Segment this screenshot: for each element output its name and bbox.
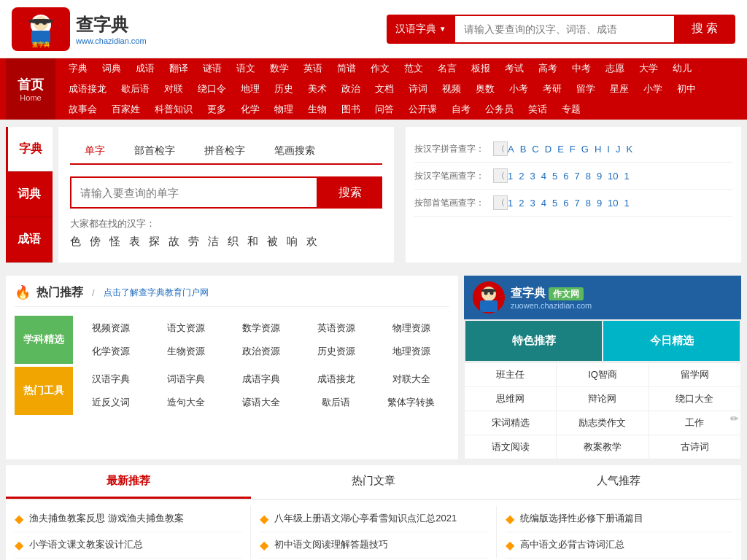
cat-item[interactable]: 繁体字转换 bbox=[374, 392, 448, 413]
nav-item-xingzuo[interactable]: 星座 bbox=[603, 79, 636, 99]
nav-item-baixingming[interactable]: 百家姓 bbox=[104, 99, 147, 120]
feature-link-siwei[interactable]: 思维网 bbox=[465, 387, 556, 411]
cat-item[interactable]: 地理资源 bbox=[374, 341, 448, 362]
feature-link-raokou[interactable]: 绕口大全 bbox=[649, 387, 740, 411]
panel-search-input[interactable] bbox=[70, 176, 318, 209]
nav-item-wenda[interactable]: 问答 bbox=[368, 99, 401, 120]
article-link[interactable]: 统编版选择性必修下册诵篇目 bbox=[520, 512, 643, 525]
cat-item[interactable]: 成语字典 bbox=[225, 368, 298, 390]
popular-char[interactable]: 欢 bbox=[306, 235, 317, 249]
nav-item-gaokao[interactable]: 高考 bbox=[531, 58, 565, 79]
bushou-index-box[interactable]: 〈 bbox=[493, 195, 508, 210]
hot-subtitle[interactable]: 点击了解查字典教育门户网 bbox=[104, 287, 209, 299]
nav-item-xiaohua[interactable]: 笑话 bbox=[521, 99, 554, 120]
cat-item[interactable]: 歇后语 bbox=[299, 392, 373, 413]
popular-char[interactable]: 织 bbox=[228, 235, 239, 249]
nav-item-kaoshi[interactable]: 考试 bbox=[498, 58, 531, 79]
cat-item[interactable]: 历史资源 bbox=[299, 341, 373, 362]
bihua-index-box[interactable]: 〈 bbox=[493, 168, 508, 183]
nav-item-jianpu[interactable]: 简谱 bbox=[330, 58, 363, 79]
nav-item-duilian[interactable]: 对联 bbox=[157, 79, 190, 99]
nav-item-shuxue[interactable]: 数学 bbox=[263, 58, 296, 79]
sidebar-item-zidian[interactable]: 字典 bbox=[6, 127, 53, 172]
header-search-input[interactable] bbox=[455, 15, 674, 44]
popular-char[interactable]: 被 bbox=[267, 235, 278, 249]
bihua-3[interactable]: 3 bbox=[530, 171, 535, 182]
feature-link-iq[interactable]: IQ智商 bbox=[557, 363, 648, 386]
nav-item-liuxue[interactable]: 留学 bbox=[569, 79, 603, 99]
feature-link-lizhi[interactable]: 励志类作文 bbox=[557, 411, 648, 435]
popular-char[interactable]: 劳 bbox=[188, 235, 199, 249]
nav-item-yingyu[interactable]: 英语 bbox=[296, 58, 330, 79]
cat-item[interactable]: 政治资源 bbox=[225, 341, 298, 362]
nav-item-xiaoxue[interactable]: 小学 bbox=[636, 79, 670, 99]
feature-link-songci[interactable]: 宋词精选 bbox=[465, 411, 556, 435]
pinyin-H[interactable]: H bbox=[595, 144, 601, 155]
nav-item-gongwuyuan[interactable]: 公务员 bbox=[478, 99, 521, 120]
tab-bihua[interactable]: 笔画搜索 bbox=[260, 139, 330, 163]
article-link[interactable]: 渔夫捕鱼教案反思 游戏渔夫捕鱼教案 bbox=[29, 512, 184, 525]
nav-home-button[interactable]: 首页 Home bbox=[6, 58, 55, 120]
nav-item-wuli[interactable]: 物理 bbox=[267, 99, 301, 120]
article-link[interactable]: 高中语文必背古诗词汇总 bbox=[520, 538, 624, 551]
nav-item-shengwu[interactable]: 生物 bbox=[301, 99, 334, 120]
cat-item[interactable]: 对联大全 bbox=[374, 368, 448, 390]
nav-item-daxue[interactable]: 大学 bbox=[632, 58, 665, 79]
nav-item-zikao[interactable]: 自考 bbox=[444, 99, 478, 120]
popular-char[interactable]: 表 bbox=[129, 235, 140, 249]
tab-renqituijian[interactable]: 人气推荐 bbox=[496, 465, 741, 499]
nav-item-gengduo[interactable]: 更多 bbox=[200, 99, 233, 120]
bushou-4[interactable]: 4 bbox=[541, 198, 546, 209]
nav-item-chengyu[interactable]: 成语 bbox=[128, 58, 162, 79]
feature-link-bianlun[interactable]: 辩论网 bbox=[557, 387, 648, 411]
popular-char[interactable]: 色 bbox=[70, 235, 81, 249]
bihua-1[interactable]: 1 bbox=[508, 171, 513, 182]
nav-item-yuwen[interactable]: 语文 bbox=[229, 58, 263, 79]
feature-btn-tese[interactable]: 特色推荐 bbox=[465, 321, 602, 361]
feature-link-jiaoan[interactable]: 教案教学 bbox=[557, 435, 648, 459]
bushou-2[interactable]: 2 bbox=[519, 198, 524, 209]
pinyin-C[interactable]: C bbox=[532, 144, 538, 155]
article-link[interactable]: 八年级上册语文湖心亭看雪知识点汇总2021 bbox=[274, 512, 457, 525]
nav-item-fanwen[interactable]: 范文 bbox=[397, 58, 430, 79]
header-search-button[interactable]: 搜 索 bbox=[674, 15, 735, 44]
feature-link-gongzuo[interactable]: 工作 ✏ bbox=[649, 411, 740, 435]
pinyin-K[interactable]: K bbox=[626, 144, 632, 155]
nav-item-fanyi[interactable]: 翻译 bbox=[162, 58, 196, 79]
bihua-5[interactable]: 5 bbox=[552, 171, 557, 182]
tab-hotarticle[interactable]: 热门文章 bbox=[251, 465, 496, 499]
cat-item[interactable]: 词语字典 bbox=[150, 368, 223, 390]
bihua-11[interactable]: 1 bbox=[624, 171, 630, 182]
nav-item-youer[interactable]: 幼儿 bbox=[665, 58, 699, 79]
panel-search-button[interactable]: 搜索 bbox=[318, 176, 382, 209]
nav-item-huaxue[interactable]: 化学 bbox=[233, 99, 267, 120]
article-link[interactable]: 小学语文课文教案设计汇总 bbox=[29, 538, 143, 551]
nav-item-shici[interactable]: 诗词 bbox=[401, 79, 435, 99]
pinyin-B[interactable]: B bbox=[520, 144, 527, 155]
tab-pinyin[interactable]: 拼音检字 bbox=[190, 139, 260, 163]
feature-btn-jingxuan[interactable]: 今日精选 bbox=[603, 321, 740, 361]
bihua-7[interactable]: 7 bbox=[574, 171, 579, 182]
pinyin-index-box[interactable]: 〈 bbox=[493, 141, 508, 156]
bihua-2[interactable]: 2 bbox=[519, 171, 524, 182]
cat-item[interactable]: 英语资源 bbox=[299, 317, 373, 339]
bihua-9[interactable]: 9 bbox=[597, 171, 602, 182]
nav-item-cidian[interactable]: 词典 bbox=[95, 58, 128, 79]
nav-item-gongkaike[interactable]: 公开课 bbox=[401, 99, 444, 120]
cat-item[interactable]: 谚语大全 bbox=[225, 392, 298, 413]
sidebar-item-cidian[interactable]: 词典 bbox=[6, 172, 53, 217]
article-link[interactable]: 初中语文阅读理解答题技巧 bbox=[274, 538, 388, 551]
bihua-6[interactable]: 6 bbox=[563, 171, 568, 182]
bihua-10[interactable]: 10 bbox=[608, 171, 618, 182]
popular-char[interactable]: 和 bbox=[247, 235, 258, 249]
cat-item[interactable]: 汉语字典 bbox=[74, 368, 148, 390]
nav-item-xiehouyu[interactable]: 歇后语 bbox=[114, 79, 157, 99]
nav-item-raokou[interactable]: 绕口令 bbox=[190, 79, 233, 99]
nav-item-aoshu[interactable]: 奥数 bbox=[468, 79, 502, 99]
nav-item-zidian[interactable]: 字典 bbox=[61, 58, 95, 79]
nav-item-meishu[interactable]: 美术 bbox=[301, 79, 334, 99]
popular-char[interactable]: 响 bbox=[287, 235, 298, 249]
nav-item-zuowen[interactable]: 作文 bbox=[363, 58, 397, 79]
feature-link-liuxue[interactable]: 留学网 bbox=[649, 363, 740, 386]
nav-item-lishi[interactable]: 历史 bbox=[267, 79, 301, 99]
